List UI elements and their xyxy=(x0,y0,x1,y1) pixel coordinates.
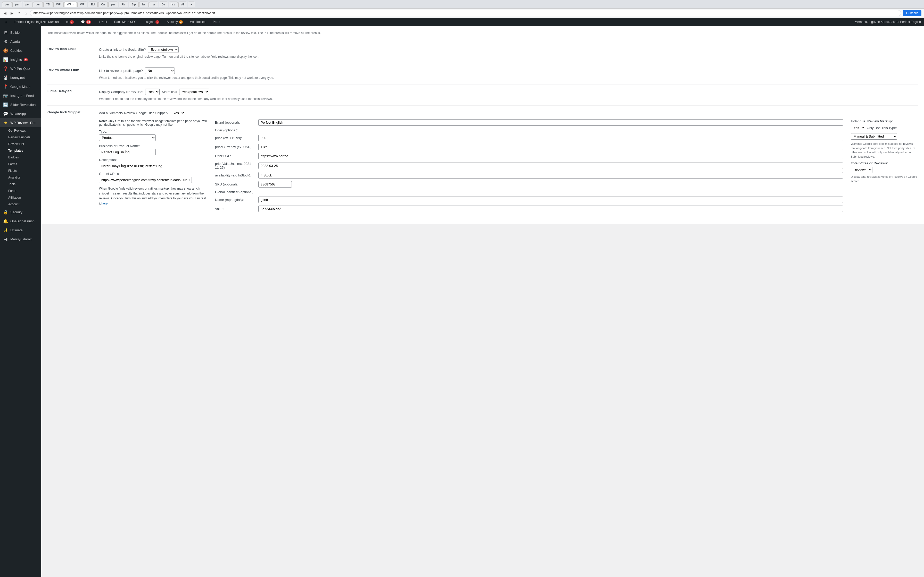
display-company-select[interactable]: Yes No xyxy=(145,89,160,95)
review-icon-link-select[interactable]: Evet (nofollow) Yes (follow) No xyxy=(148,47,179,53)
sidebar-item-whatsapp[interactable]: 💬 WhatsApp xyxy=(0,109,41,118)
whatsapp-label: WhatsApp xyxy=(10,112,26,116)
updates[interactable]: ⊞ 2 xyxy=(65,18,75,26)
security-bar[interactable]: Security 3 xyxy=(165,18,184,26)
sidebar-item-instagram[interactable]: 📷 Instagram Feed xyxy=(0,91,41,100)
sidebar-item-ayarlar[interactable]: ⚙ Ayarlar xyxy=(0,37,41,46)
sidebar-item-wp-pro-quiz[interactable]: ❓ WP-Pro-Quiz xyxy=(0,64,41,73)
sidebar-sub-forum[interactable]: Forum xyxy=(0,187,41,194)
gorsel-label: Görsel URL'si. xyxy=(99,172,207,176)
sidebar-item-slider[interactable]: 🔄 Slider Revolution xyxy=(0,100,41,109)
offer-label: Offer (optional): xyxy=(215,128,256,132)
sidebar-item-ultimate[interactable]: ✨ Ultimate xyxy=(0,226,41,235)
biz-name-input[interactable] xyxy=(99,149,156,155)
tab-edi[interactable]: Edi xyxy=(88,2,98,7)
tab-sip[interactable]: Sip xyxy=(129,2,139,7)
review-avatar-link-inline: Link to reviewer profile page? No Yes (n… xyxy=(99,68,918,74)
bunny-label: bunny.net xyxy=(10,76,25,80)
sidebar-sub-forms[interactable]: Forms xyxy=(0,161,41,168)
update-button[interactable]: Güncelle xyxy=(903,10,921,16)
sidebar-sub-badges[interactable]: Badges xyxy=(0,154,41,161)
review-icon-link-question: Create a link to the Social Site? xyxy=(99,48,146,52)
tab-da[interactable]: Da xyxy=(159,2,168,7)
review-avatar-link-select[interactable]: No Yes (nofollow) Yes (follow) xyxy=(145,68,175,74)
tab-iss-1[interactable]: İss xyxy=(139,2,149,7)
sidebar-sub-analytics[interactable]: Analytics xyxy=(0,174,41,181)
porto[interactable]: Porto xyxy=(211,18,222,26)
reviews-select[interactable]: Reviews Votes xyxy=(851,167,872,173)
here-link[interactable]: here xyxy=(101,202,108,205)
insights-bar[interactable]: Insights 6 xyxy=(142,18,161,26)
tab-iss-2[interactable]: İss xyxy=(149,2,158,7)
sidebar-sub-get-reviews[interactable]: Get Reviews xyxy=(0,127,41,134)
forward-button[interactable]: ▶ xyxy=(10,10,15,16)
ultimate-label: Ultimate xyxy=(10,228,23,232)
yes-select[interactable]: Yes No xyxy=(851,125,865,131)
new-item[interactable]: + Yeni xyxy=(97,18,108,26)
gorsel-input[interactable] xyxy=(99,177,192,183)
yes-row: Yes No Only Use This Type: xyxy=(851,125,918,131)
price-currency-input[interactable] xyxy=(258,144,843,150)
brand-input[interactable] xyxy=(258,119,843,126)
sidebar-item-wp-reviews[interactable]: ★ WP Reviews Pro xyxy=(0,118,41,127)
wp-icon: ⊞ xyxy=(5,20,7,24)
tab-per-3[interactable]: per xyxy=(23,2,32,7)
site-name[interactable]: Perfect English İngilizce Kursları xyxy=(13,18,60,26)
address-bar[interactable]: https://www.perfectenglish.com.tr/wp-adm… xyxy=(30,10,901,16)
sirket-linki-select[interactable]: Yes (nofollow) Yes (follow) No xyxy=(179,89,209,95)
sidebar-sub-funnels[interactable]: Review Funnels xyxy=(0,134,41,141)
offer-url-input[interactable] xyxy=(258,153,843,159)
rank-math[interactable]: Rank Math SEO xyxy=(113,18,138,26)
review-avatar-link-row: Review Avatar Link: Link to reviewer pro… xyxy=(47,63,918,84)
sidebar-sub-tools[interactable]: Tools xyxy=(0,181,41,187)
availability-input[interactable] xyxy=(258,172,843,179)
indiv-review-title: Individual Review Markup: xyxy=(851,119,918,123)
offer-label-row: Offer (optional): xyxy=(215,128,843,132)
home-button[interactable]: ⌂ xyxy=(24,10,28,16)
sidebar-sub-floats[interactable]: Floats xyxy=(0,168,41,174)
comments[interactable]: 💬 93 xyxy=(79,18,93,26)
sidebar-item-insights[interactable]: 📊 Insights 6 xyxy=(0,55,41,64)
sidebar-item-builder[interactable]: ⊞ Builder xyxy=(0,28,41,37)
note-text: Only turn this on for one review or badg… xyxy=(99,119,207,126)
tab-yd[interactable]: YD xyxy=(43,2,53,7)
manual-submitted-select[interactable]: Manual & Submitted Manual Only Submitted… xyxy=(851,133,897,140)
review-avatar-link-field: Link to reviewer profile page? No Yes (n… xyxy=(99,68,918,80)
wp-rocket[interactable]: WP Rocket xyxy=(189,18,207,26)
sidebar-sub-account[interactable]: Account xyxy=(0,201,41,208)
price-valid-input[interactable] xyxy=(258,163,843,169)
price-input[interactable] xyxy=(258,135,843,141)
tab-per-5[interactable]: per xyxy=(108,2,118,7)
tab-on[interactable]: On xyxy=(98,2,108,7)
sidebar-item-collapse[interactable]: ◀ Menüyü daralt xyxy=(0,235,41,244)
sidebar-item-onesignal[interactable]: 🔔 OneSignal Push xyxy=(0,217,41,226)
name-mpn-input[interactable] xyxy=(258,197,843,203)
wp-logo[interactable]: ⊞ xyxy=(3,18,9,26)
sidebar-item-security[interactable]: 🔒 Security xyxy=(0,208,41,217)
tab-per-2[interactable]: per xyxy=(12,2,22,7)
sidebar-sub-affiliation[interactable]: Affiliation xyxy=(0,194,41,201)
reload-button[interactable]: ↺ xyxy=(16,10,22,16)
onesignal-icon: 🔔 xyxy=(3,219,8,224)
tab-new[interactable]: + xyxy=(188,2,195,7)
tab-iss-3[interactable]: İss xyxy=(169,2,178,7)
google-rich-snippet-select[interactable]: Yes No xyxy=(171,110,185,116)
tab-wp-1[interactable]: WP xyxy=(53,2,64,7)
tab-wp-active[interactable]: WP × xyxy=(64,2,77,7)
value-input[interactable] xyxy=(258,206,843,212)
sidebar-item-bunny[interactable]: 🐰 bunny.net xyxy=(0,73,41,82)
sidebar-sub-list[interactable]: Review List xyxy=(0,141,41,147)
desc-input[interactable] xyxy=(99,163,176,169)
tab-per-1[interactable]: per xyxy=(2,2,12,7)
back-button[interactable]: ◀ xyxy=(3,10,8,16)
type-select[interactable]: Product LocalBusiness Organization xyxy=(99,134,156,141)
tab-ric[interactable]: Ric xyxy=(119,2,128,7)
sidebar-sub-templates[interactable]: Templates xyxy=(0,147,41,154)
sku-input[interactable] xyxy=(258,181,292,187)
tab-per-4[interactable]: per xyxy=(33,2,43,7)
tab-wp-2[interactable]: WP xyxy=(78,2,88,7)
builder-icon: ⊞ xyxy=(3,30,8,35)
tab-all[interactable]: All xyxy=(178,2,187,7)
sidebar-item-google-maps[interactable]: 📍 Google Maps xyxy=(0,82,41,91)
sidebar-item-cookies[interactable]: 🍪 Cookies xyxy=(0,46,41,55)
